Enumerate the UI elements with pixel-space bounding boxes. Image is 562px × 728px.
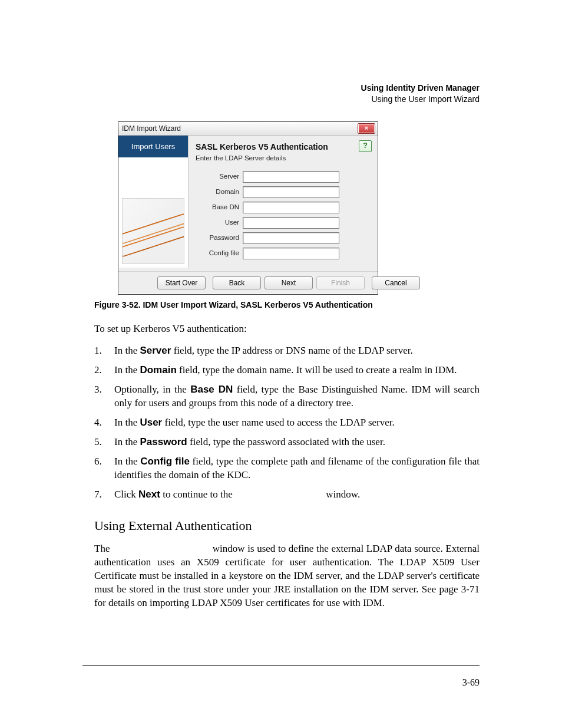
document-page: Using Identity Driven Manager Using the … (0, 0, 562, 728)
window-body: Import Users ? SASL Kerberos V5 Authenti… (118, 136, 378, 268)
form-row-domain: Domain (196, 186, 371, 198)
input-server[interactable] (243, 171, 339, 183)
label-password: Password (196, 233, 239, 243)
wizard-step-subtitle: Enter the LDAP Server details (196, 154, 371, 163)
step-number: 7. (94, 488, 104, 502)
step-text: Optionally, in the Base DN field, type t… (114, 383, 480, 410)
wizard-side-title: Import Users (118, 136, 188, 158)
step-item: 7. Click Next to continue to the window. (94, 488, 480, 502)
input-password[interactable] (243, 232, 339, 244)
step-text: In the Config file field, type the compl… (114, 455, 480, 482)
step-number: 4. (94, 416, 104, 430)
form-row-server: Server (196, 171, 371, 183)
steps-list: 1. In the Server field, type the IP addr… (94, 344, 480, 501)
step-text: In the Password field, type the password… (114, 436, 480, 449)
finish-button: Finish (316, 276, 365, 289)
input-config[interactable] (243, 248, 339, 259)
page-footer: 3-69 (82, 665, 480, 689)
intro-text: To set up Kerberos V5 authentication: (94, 322, 480, 336)
label-server: Server (196, 172, 239, 182)
label-user: User (196, 218, 239, 228)
step-number: 3. (94, 383, 104, 397)
label-domain: Domain (196, 187, 239, 197)
step-item: 4. In the User field, type the user name… (94, 416, 480, 430)
wizard-main-column: ? SASL Kerberos V5 Authentication Enter … (189, 136, 378, 268)
wizard-side-image (122, 198, 184, 264)
running-header-title: Using Identity Driven Manager (94, 83, 480, 94)
step-text: In the User field, type the user name us… (114, 416, 480, 430)
step-item: 1. In the Server field, type the IP addr… (94, 344, 480, 358)
step-number: 1. (94, 344, 104, 358)
wizard-step-heading: SASL Kerberos V5 Authentication (196, 141, 356, 153)
figure-wrapper: IDM Import Wizard × Import Users ? SASL … (118, 121, 480, 295)
form-row-config: Config file (196, 248, 371, 259)
next-button[interactable]: Next (265, 276, 313, 289)
wizard-side-column: Import Users (118, 136, 189, 268)
step-number: 2. (94, 364, 104, 377)
window-titlebar: IDM Import Wizard × (118, 122, 378, 136)
section-external-auth: Using External Authentication The window… (94, 517, 480, 610)
step-item: 6. In the Config file field, type the co… (94, 455, 480, 482)
running-header: Using Identity Driven Manager Using the … (94, 83, 480, 105)
figure-caption: Figure 3-52. IDM User Import Wizard, SAS… (94, 299, 480, 311)
step-number: 6. (94, 455, 104, 469)
help-icon[interactable]: ? (359, 140, 372, 152)
close-icon[interactable]: × (358, 123, 375, 134)
input-domain[interactable] (243, 186, 339, 198)
section-paragraph: The window is used to define the externa… (94, 542, 480, 610)
step-item: 2. In the Domain field, type the domain … (94, 364, 480, 377)
step-number: 5. (94, 436, 104, 449)
window-title: IDM Import Wizard (122, 124, 181, 133)
cancel-button[interactable]: Cancel (372, 276, 420, 289)
input-user[interactable] (243, 217, 339, 229)
step-item: 5. In the Password field, type the passw… (94, 436, 480, 449)
running-header-subtitle: Using the User Import Wizard (94, 94, 480, 105)
label-basedn: Base DN (196, 203, 239, 212)
form-row-user: User (196, 217, 371, 229)
form-row-password: Password (196, 232, 371, 244)
back-button[interactable]: Back (213, 276, 261, 289)
wizard-window: IDM Import Wizard × Import Users ? SASL … (118, 121, 378, 295)
wizard-button-bar: Start Over Back Next Finish Cancel (118, 271, 378, 294)
input-basedn[interactable] (243, 202, 339, 213)
step-item: 3. Optionally, in the Base DN field, typ… (94, 383, 480, 410)
form-row-basedn: Base DN (196, 202, 371, 213)
page-number: 3-69 (462, 677, 480, 687)
start-over-button[interactable]: Start Over (157, 276, 206, 289)
label-config: Config file (196, 249, 239, 258)
step-text: In the Domain field, type the domain nam… (114, 364, 480, 377)
section-heading: Using External Authentication (94, 517, 480, 535)
step-text: Click Next to continue to the window. (114, 488, 480, 502)
step-text: In the Server field, type the IP address… (114, 344, 480, 358)
